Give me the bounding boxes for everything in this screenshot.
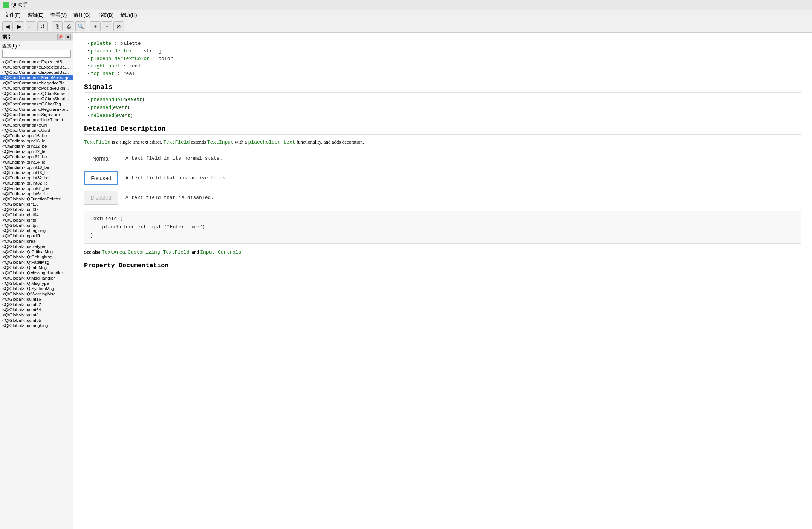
signals-heading: Signals [84,83,801,93]
sidebar-list-item[interactable]: <QtEndian>::qint32_le [0,149,73,154]
sidebar-list-item[interactable]: <QtGlobal>::quintptr [0,318,73,323]
sidebar-list-item[interactable]: <QtCborCommon>::QCborTag [0,101,73,107]
desc-placeholder-text[interactable]: placeholder text [248,139,295,145]
sidebar-list-item[interactable]: <QtCborCommon>::ExpectedBase64 [0,64,73,70]
desc-textfield-1[interactable]: TextField [84,139,110,145]
sidebar-list-item[interactable]: <QtGlobal>::qint32 [0,207,73,212]
sidebar-list-item[interactable]: <QtGlobal>::quint32 [0,302,73,307]
signal-link[interactable]: released [91,113,114,118]
sidebar-list-item[interactable]: <QtCborCommon>::NegativeBignum [0,80,73,86]
signal-link[interactable]: pressed [91,105,112,110]
property-type: : real [120,63,141,69]
sidebar-list-item[interactable]: <QtGlobal>::qlonglong [0,228,73,233]
menu-go[interactable]: 前往(G) [70,11,93,19]
home-button[interactable]: ⌂ [26,21,36,31]
sidebar-list-item[interactable]: <QtCborCommon>::ExpectedBase64url [0,70,73,75]
sidebar-header-controls: 📌 ✕ [57,34,71,40]
menu-bookmark[interactable]: 书签(B) [94,11,116,19]
property-link[interactable]: rightInset [91,63,120,69]
search-input[interactable] [2,50,71,58]
desc-textfield-2[interactable]: TextField [163,139,190,145]
sidebar-list-item[interactable]: <QtGlobal>::quint64 [0,307,73,312]
forward-button[interactable]: ▶ [14,21,24,31]
toolbar-separator-1 [50,22,50,31]
sidebar-list-item[interactable]: <QtCborCommon>::PositiveBignum [0,86,73,91]
sidebar-list-item[interactable]: <QtCborCommon>::QCborSimpleType [0,96,73,101]
detailed-description-section: Detailed Description TextField is a sing… [84,125,801,255]
sidebar-list-item[interactable]: <QtGlobal>::qulonglong [0,323,73,328]
sidebar-list-item[interactable]: <QtGlobal>::qptrdiff [0,233,73,239]
sidebar-list-item[interactable]: <QtGlobal>::qsizetype [0,244,73,249]
sidebar-list-item[interactable]: <QtGlobal>::qint64 [0,212,73,217]
example-row-focused: Focused A text field that has active foc… [84,171,801,185]
sidebar-list-item[interactable]: <QtCborCommon>::RegularExpression [0,107,73,112]
title-bar: Qt 助手 [0,0,812,10]
sidebar-list-item[interactable]: <QtGlobal>::QtMsgHandler [0,275,73,281]
sidebar-list-item[interactable]: <QtGlobal>::QtSystemMsg [0,286,73,291]
sidebar-list-item[interactable]: <QtEndian>::quint32_be [0,175,73,180]
sidebar-list-item[interactable]: <QtGlobal>::QtCriticalMsg [0,249,73,254]
zoom-in-button[interactable]: ＋ [90,21,101,31]
menu-bar: 文件(F) 编辑(E) 查看(V) 前往(G) 书签(B) 帮助(H) [0,10,812,20]
sidebar-list-item[interactable]: <QtCborCommon>::ExpectedBase16 [0,59,73,64]
example-row-disabled: Disabled A text field that is disabled. [84,191,801,205]
sidebar-list-item[interactable]: <QtGlobal>::QtDebugMsg [0,254,73,260]
sidebar-list-item[interactable]: <QtGlobal>::QtMsgType [0,281,73,286]
field-focused: Focused [84,171,118,185]
property-link[interactable]: topInset [91,71,114,76]
properties-list: palette : paletteplaceholderText : strin… [88,40,801,76]
signal-item: released(event) [88,112,801,118]
sidebar-list-item[interactable]: <QtEndian>::quint16_be [0,165,73,170]
signal-link[interactable]: pressAndHold [91,97,126,102]
sidebar-list-item[interactable]: <QtGlobal>::qintptr [0,223,73,228]
sidebar-list-item[interactable]: <QtGlobal>::QMessageHandler [0,270,73,275]
sidebar-list-item[interactable]: <QtCborCommon>::UnixTime_t [0,117,73,122]
sidebar-list-item[interactable]: <QtGlobal>::qreal [0,239,73,244]
see-also-input-controls[interactable]: Input Controls [200,249,241,255]
sidebar-list-item[interactable]: <QtGlobal>::qint16 [0,202,73,207]
sidebar-list-item[interactable]: <QtGlobal>::QFunctionPointer [0,196,73,202]
property-link[interactable]: placeholderTextColor [91,56,150,61]
sidebar-list-item[interactable]: <QtEndian>::qint64_be [0,154,73,159]
see-also-textarea[interactable]: TextArea [102,249,125,255]
back-button[interactable]: ◀ [2,21,13,31]
sidebar-list-item[interactable]: <QtCborCommon>::MimeMessage [0,75,73,80]
sidebar-list-item[interactable]: <QtEndian>::quint16_le [0,170,73,175]
print-button[interactable]: ⎙ [64,21,74,31]
menu-file[interactable]: 文件(F) [2,11,24,19]
sidebar-pin-button[interactable]: 📌 [57,34,63,40]
sidebar-list-item[interactable]: <QtGlobal>::QtInfoMsg [0,265,73,270]
property-link[interactable]: placeholderText [91,48,135,54]
sidebar-list-item[interactable]: <QtGlobal>::quint16 [0,297,73,302]
see-also-customizing[interactable]: Customizing TextField [128,249,190,255]
sidebar-list-item[interactable]: <QtGlobal>::quint8 [0,312,73,318]
field-disabled: Disabled [84,191,118,205]
property-link[interactable]: palette [91,41,112,46]
sidebar-list-item[interactable]: <QtGlobal>::QtWarningMsg [0,291,73,297]
sidebar-list-item[interactable]: <QtEndian>::qint64_le [0,159,73,165]
example-row-normal: Normal A text field in its normal state. [84,152,801,165]
sidebar-list-item[interactable]: <QtCborCommon>::QCborKnownTags [0,91,73,96]
menu-edit[interactable]: 编辑(E) [24,11,47,19]
sidebar-list-item[interactable]: <QtEndian>::qint16_be [0,133,73,138]
property-item: placeholderText : string [88,48,801,54]
zoom-fit-button[interactable]: ⊙ [113,21,124,31]
zoom-glass-button[interactable]: 🔍 [75,21,86,31]
menu-view[interactable]: 查看(V) [47,11,70,19]
sidebar-close-button[interactable]: ✕ [65,34,71,40]
copy-button[interactable]: ⎘ [52,21,63,31]
sidebar-list-item[interactable]: <QtCborCommon>::Uuid [0,128,73,133]
menu-help[interactable]: 帮助(H) [117,11,140,19]
sidebar-list-item[interactable]: <QtCborCommon>::Signature [0,112,73,117]
sync-button[interactable]: ↺ [37,21,48,31]
sidebar-list-item[interactable]: <QtEndian>::quint64_le [0,191,73,196]
sidebar-list-item[interactable]: <QtCborCommon>::Url [0,122,73,128]
sidebar-list-item[interactable]: <QtEndian>::qint32_be [0,144,73,149]
desc-textinput[interactable]: TextInput [207,139,234,145]
sidebar-list-item[interactable]: <QtEndian>::quint32_le [0,180,73,186]
sidebar-list-item[interactable]: <QtEndian>::quint64_be [0,186,73,191]
sidebar-list-item[interactable]: <QtGlobal>::QtFatalMsg [0,260,73,265]
sidebar-list-item[interactable]: <QtEndian>::qint16_le [0,138,73,144]
zoom-out-button[interactable]: － [102,21,112,31]
sidebar-list-item[interactable]: <QtGlobal>::qint8 [0,217,73,223]
